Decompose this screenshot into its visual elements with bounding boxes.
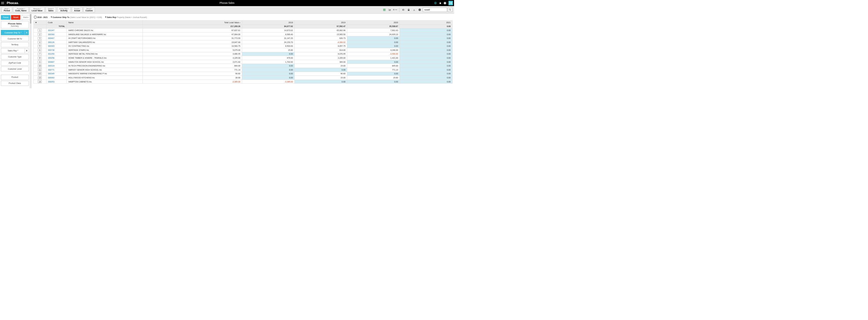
row-number[interactable]: 6 xyxy=(38,49,42,51)
sidebar-item[interactable]: Sales Rep *X xyxy=(1,48,29,53)
table-row[interactable]: 12300345HANSEATIC MARINE ENGINEERING P I… xyxy=(33,72,452,76)
code-link[interactable]: 300807 xyxy=(48,61,55,63)
sidebar-item[interactable]: Territory xyxy=(1,42,29,47)
toolbar-stream[interactable]: StreamSales xyxy=(45,7,56,13)
star-icon[interactable] xyxy=(439,2,441,4)
code-link[interactable]: 301050 xyxy=(48,53,55,55)
record-indicator-icon[interactable] xyxy=(434,2,437,4)
table-row[interactable]: 1301047HARD CHROME SALES Inc87,837.6114,… xyxy=(33,28,452,32)
row-number[interactable]: 13 xyxy=(38,76,42,79)
table-row[interactable]: 13300062HOLLYWOOD KITCHENS Inc30.000.001… xyxy=(33,76,452,80)
reset-button[interactable]: Reset xyxy=(11,15,20,20)
help-icon[interactable]: ? xyxy=(443,2,446,4)
app-header: Phocas. Phocas Sales ? CM xyxy=(0,0,454,6)
gear-icon[interactable] xyxy=(401,7,406,12)
filter-customer-ship-to[interactable]: Customer Ship To (Sales Local Value for … xyxy=(51,16,102,18)
row-number[interactable]: 12 xyxy=(38,72,42,75)
table-row[interactable]: 5300303HV CONTRACTING Inc16,560.758,503.… xyxy=(33,44,452,48)
search-input[interactable] xyxy=(423,7,447,12)
svg-point-2 xyxy=(403,9,404,10)
row-number[interactable]: 3 xyxy=(38,37,42,40)
sidebar-item[interactable]: Customer Type xyxy=(1,54,29,60)
code-link[interactable]: 300319 xyxy=(48,65,55,67)
close-icon[interactable]: X xyxy=(25,49,28,53)
table-row[interactable]: 6300738HERITAGE STAIRS Inc5,075.0015.008… xyxy=(33,48,452,52)
sidebar-item[interactable]: Customer Ship To *X xyxy=(1,30,29,35)
toolbar-format[interactable]: FormatActual xyxy=(72,7,83,13)
row-number[interactable]: 14 xyxy=(38,80,42,83)
table-row[interactable]: 2300360HANDILAND SALVAGE & HARDWARE Inc4… xyxy=(33,32,452,36)
row-number[interactable]: 7 xyxy=(38,53,42,55)
col-total[interactable]: Total Local Value xyxy=(143,20,242,24)
row-number[interactable]: 11 xyxy=(38,68,42,71)
panel-title-text: Phocas Sales xyxy=(2,22,27,25)
filter-sales-rep[interactable]: Sales Rep Property (Name = Joshua Russel… xyxy=(105,16,147,18)
funnel-icon xyxy=(51,16,52,18)
code-link[interactable]: 300062 xyxy=(48,77,55,79)
matrix-button[interactable]: Matrix xyxy=(21,15,31,20)
toolbar-period[interactable]: PeriodCustom xyxy=(83,7,95,13)
table-row[interactable]: 7301050HERITAGE METAL FENCING Inc4,486.9… xyxy=(33,52,452,56)
table-row[interactable]: 4300126HARTWAY GALVANIZERS Inc19,847.682… xyxy=(33,40,452,44)
code-link[interactable]: 300771 xyxy=(48,69,55,71)
period-filter[interactable]: 2018 - 2021 xyxy=(34,16,48,18)
code-link[interactable]: 300345 xyxy=(48,72,55,75)
col-2019[interactable]: 2019 xyxy=(294,20,347,24)
panel-title[interactable]: Phocas Sales Summary xyxy=(1,21,29,28)
code-link[interactable]: 300360 xyxy=(48,33,55,35)
grid-view-icon[interactable] xyxy=(382,7,387,12)
row-number[interactable]: 4 xyxy=(38,41,42,43)
row-number[interactable]: 5 xyxy=(38,45,42,48)
code-link[interactable]: 301047 xyxy=(48,29,55,31)
row-name: HI-TECH PRECISION ENGINEERING Inc xyxy=(67,64,143,68)
table-total-row: TOTAL217,209.2684,077.9297,592.4735,538.… xyxy=(33,24,452,28)
lock-icon[interactable] xyxy=(406,7,411,12)
row-number[interactable]: 8 xyxy=(38,57,42,60)
code-link[interactable]: 300738 xyxy=(48,49,55,51)
table-row[interactable]: 3300467HI CRAFT MOTORHOMES Inc31,773.933… xyxy=(33,36,452,40)
sidebar-item[interactable]: Product xyxy=(1,75,29,80)
table-row[interactable]: 9300807HAMILTON SENIOR HIGH SCHOOL Inc2,… xyxy=(33,60,452,64)
add-remove-icon[interactable]: + xyxy=(393,7,398,12)
table-row[interactable]: 10300319HI-TECH PRECISION ENGINEERING In… xyxy=(33,64,452,68)
sidebar-item-label: Product Class xyxy=(9,82,21,84)
code-link[interactable]: 300303 xyxy=(48,45,55,47)
search-button[interactable] xyxy=(447,7,453,12)
row-number[interactable]: 2 xyxy=(38,33,42,36)
code-link[interactable]: 300256 xyxy=(48,57,55,59)
row-number[interactable]: 1 xyxy=(38,29,42,32)
sidebar-item[interactable]: Customer Level xyxy=(1,66,29,72)
row-name: HAMILTON SENIOR HIGH SCHOOL Inc xyxy=(67,60,143,64)
sidebar-item[interactable]: Zip/Post Code xyxy=(1,60,29,66)
toolbar-measures[interactable]: MeasuresLocal Value xyxy=(30,7,45,13)
user-avatar[interactable]: CM xyxy=(448,1,453,5)
toolbar-mode[interactable]: ModePeriod xyxy=(1,7,12,13)
row-number[interactable]: 9 xyxy=(38,60,42,63)
code-link[interactable]: 300126 xyxy=(48,41,55,43)
col-code[interactable]: Code xyxy=(46,20,66,24)
sidebar-item[interactable]: Product Class xyxy=(1,81,29,86)
toolbar-activity-filter[interactable]: Activity FilterActivity xyxy=(57,7,71,13)
col-2018[interactable]: 2018 xyxy=(242,20,294,24)
chart-icon[interactable] xyxy=(387,7,392,12)
col-2020[interactable]: 2020 xyxy=(347,20,400,24)
close-icon[interactable]: X xyxy=(25,30,28,35)
code-link[interactable]: 300467 xyxy=(48,37,55,39)
col-2021[interactable]: 2021 xyxy=(400,20,452,24)
focus-button[interactable]: Focus xyxy=(1,15,10,20)
hamburger-menu[interactable] xyxy=(1,1,5,5)
row-number[interactable]: 10 xyxy=(38,64,42,67)
row-name: HOLLYWOOD KITCHENS Inc xyxy=(67,76,143,80)
toolbar-properties[interactable]: PropertiesCode, Name xyxy=(13,7,29,13)
sidebar-scrollbar[interactable] xyxy=(30,13,32,88)
code-link[interactable]: 300053 xyxy=(48,81,55,83)
table-row[interactable]: 11300771HARVEY SENIOR HIGH SCHOOL Inc771… xyxy=(33,68,452,72)
col-expand[interactable] xyxy=(33,20,46,24)
info-icon[interactable] xyxy=(417,7,422,12)
clock-icon xyxy=(34,16,37,18)
table-row[interactable]: 14300053HAMPTON CABINETS Inc-3,385.00-3,… xyxy=(33,80,452,84)
download-icon[interactable] xyxy=(412,7,416,12)
table-row[interactable]: 8300256HOME TIMBER & H/WARE - TRARALG In… xyxy=(33,56,452,60)
col-name[interactable]: Name xyxy=(67,20,143,24)
sidebar-item[interactable]: Customer Bill To xyxy=(1,36,29,41)
